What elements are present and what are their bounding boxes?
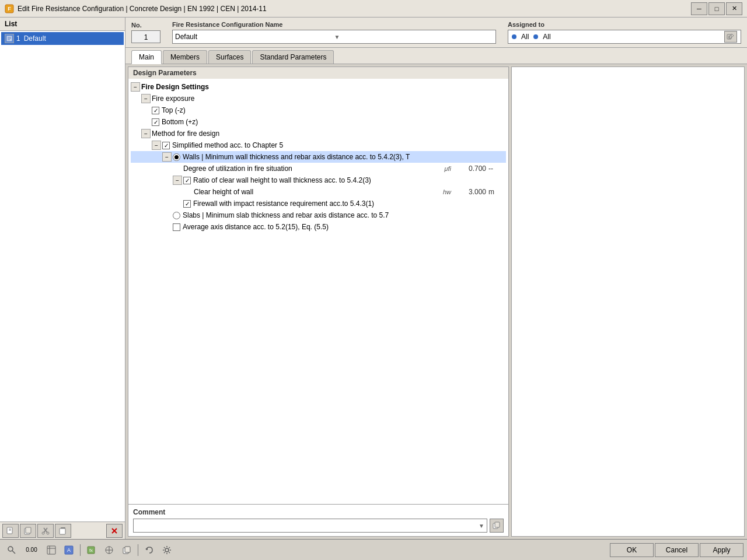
tree-clear-height-value: 3.000 <box>453 188 488 196</box>
btn-navigate[interactable] <box>101 542 117 558</box>
tree-firewall-row: Firewall with impact resistance requirem… <box>131 198 506 209</box>
walls-collapse-btn[interactable]: − <box>162 152 172 162</box>
tree-root-label: Fire Design Settings <box>141 83 506 91</box>
config-name-input[interactable]: Default ▼ <box>172 30 496 44</box>
refresh-toolbar-button[interactable]: A <box>61 542 77 558</box>
ratio-collapse-btn[interactable]: − <box>173 176 182 185</box>
sidebar: List 1 Default <box>0 18 125 539</box>
tree-method-row: − Method for fire design <box>131 128 506 139</box>
tree-bottom-label: Bottom (+z) <box>162 118 506 126</box>
tree-slabs-row: Slabs | Minimum slab thickness and rebar… <box>131 209 506 221</box>
no-group: No. 1 <box>131 22 160 43</box>
assigned-panel <box>511 66 745 537</box>
svg-text:A: A <box>67 547 71 553</box>
method-collapse-btn[interactable]: − <box>141 129 151 138</box>
tree-degree-param: μfi <box>444 165 451 172</box>
tree-degree-label: Degree of utilization in fire situation <box>183 164 444 173</box>
maximize-button[interactable]: □ <box>708 2 725 15</box>
bottom-checkbox[interactable] <box>152 118 159 126</box>
tree-clear-height-row: Clear height of wall hw 3.000 m <box>131 186 506 198</box>
tree-fire-exposure-label: Fire exposure <box>152 94 506 103</box>
value-toolbar-button[interactable]: 0.00 <box>21 542 42 558</box>
apply-button[interactable]: Apply <box>700 543 743 557</box>
tree-ratio-label: Ratio of clear wall height to wall thick… <box>193 176 506 184</box>
ok-button[interactable]: OK <box>610 543 654 557</box>
sidebar-item-default[interactable]: 1 Default <box>1 32 124 45</box>
assigned-values: All All <box>508 30 741 44</box>
ratio-checkbox[interactable] <box>183 177 191 184</box>
toolbar-separator-2 <box>138 544 138 556</box>
cancel-button[interactable]: Cancel <box>655 543 699 557</box>
walls-radio[interactable] <box>173 153 180 161</box>
assigned-val2: All <box>543 33 550 41</box>
app-icon: F <box>5 4 14 13</box>
tabs-row: Main Members Surfaces Standard Parameter… <box>125 48 747 64</box>
tab-standard-parameters[interactable]: Standard Parameters <box>252 50 334 64</box>
tree-degree-row: Degree of utilization in fire situation … <box>131 163 506 174</box>
firewall-checkbox[interactable] <box>183 200 191 208</box>
svg-rect-23 <box>495 522 500 527</box>
svg-point-39 <box>165 548 169 552</box>
tree-method-label: Method for fire design <box>152 130 506 138</box>
tab-surfaces[interactable]: Surfaces <box>208 50 251 64</box>
simplified-collapse-btn[interactable]: − <box>152 141 161 150</box>
simplified-checkbox[interactable] <box>162 142 170 149</box>
svg-line-45 <box>169 552 170 553</box>
btn-copy2[interactable] <box>118 542 135 558</box>
top-checkbox[interactable] <box>152 107 159 114</box>
tree-root-row: − Fire Design Settings <box>131 81 506 93</box>
tree-bottom-row: Bottom (+z) <box>131 116 506 128</box>
config-name-dropdown-icon[interactable]: ▼ <box>334 34 494 40</box>
main-container: List 1 Default <box>0 18 747 560</box>
btn-settings[interactable] <box>159 542 175 558</box>
form-header: No. 1 Fire Resistance Configuration Name… <box>125 18 747 48</box>
tab-members[interactable]: Members <box>163 50 207 64</box>
comment-label: Comment <box>133 508 504 516</box>
tree-top-label: Top (-z) <box>162 106 506 114</box>
avg-axis-checkbox[interactable] <box>173 223 180 231</box>
assigned-dot2 <box>533 34 538 39</box>
svg-line-25 <box>12 551 15 554</box>
comment-copy-button[interactable] <box>490 519 504 533</box>
root-collapse-btn[interactable]: − <box>131 82 140 92</box>
name-group: Fire Resistance Configuration Name Defau… <box>172 21 496 44</box>
tree-fire-exposure-row: − Fire exposure <box>131 93 506 104</box>
no-value: 1 <box>131 30 160 43</box>
panels-row: Design Parameters − Fire Design Settings… <box>125 64 747 539</box>
slabs-radio[interactable] <box>173 212 180 219</box>
copy-config-button[interactable] <box>20 524 36 538</box>
minimize-button[interactable]: ─ <box>691 2 707 15</box>
fire-exposure-collapse-btn[interactable]: − <box>141 94 151 103</box>
close-button[interactable]: ✕ <box>726 2 742 15</box>
comment-input[interactable]: ▼ <box>133 519 487 533</box>
svg-rect-26 <box>47 546 55 554</box>
tab-main[interactable]: Main <box>131 50 162 64</box>
tree-top-row: Top (-z) <box>131 104 506 116</box>
design-parameters-header: Design Parameters <box>128 67 508 79</box>
tree-firewall-label: Firewall with impact resistance requirem… <box>193 200 506 208</box>
tree-avg-axis-label: Average axis distance acc. to 5.2(15), E… <box>183 223 506 231</box>
toolbar-separator-1 <box>80 544 81 556</box>
btn-fx[interactable]: fx <box>83 542 100 558</box>
tree-simplified-label: Simplified method acc. to Chapter 5 <box>172 141 506 149</box>
comment-section: Comment ▼ <box>128 504 508 536</box>
delete-config-button[interactable] <box>106 524 123 538</box>
tree-walls-label: Walls | Minimum wall thickness and rebar… <box>183 153 506 161</box>
cut-config-button[interactable] <box>37 524 54 538</box>
new-config-button[interactable] <box>2 524 19 538</box>
comment-dropdown-icon[interactable]: ▼ <box>479 523 484 529</box>
search-toolbar-button[interactable] <box>4 542 20 558</box>
svg-line-47 <box>164 552 165 553</box>
btn-undo[interactable] <box>141 542 158 558</box>
table-toolbar-button[interactable] <box>43 542 60 558</box>
svg-point-14 <box>47 532 49 534</box>
comment-input-row: ▼ <box>133 519 504 533</box>
tree-walls-row: − Walls | Minimum wall thickness and reb… <box>131 151 506 163</box>
config-name-value: Default <box>175 33 334 41</box>
assigned-val1: All <box>521 33 529 41</box>
sidebar-list: 1 Default <box>0 31 125 522</box>
paste-config-button[interactable] <box>55 524 71 538</box>
assigned-edit-button[interactable] <box>724 31 737 43</box>
sidebar-item-number: 1 <box>16 34 20 43</box>
name-label: Fire Resistance Configuration Name <box>172 21 496 28</box>
